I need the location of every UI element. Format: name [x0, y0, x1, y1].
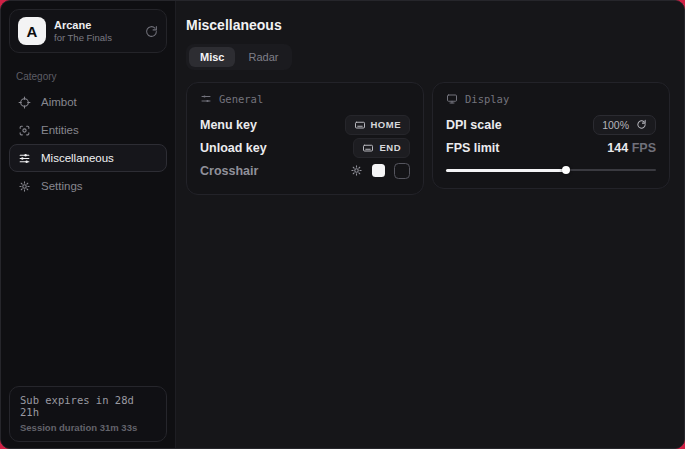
sidebar-item-entities[interactable]: Entities [9, 116, 167, 144]
page-title: Miscellaneous [186, 17, 670, 33]
menu-key-bind-button[interactable]: HOME [345, 115, 411, 135]
brand-card: A Arcane for The Finals [9, 9, 167, 53]
crosshair-settings-gear-icon[interactable] [350, 164, 363, 177]
dpi-scale-button[interactable]: 100% [593, 115, 656, 135]
rotate-icon [636, 119, 647, 130]
tab-misc[interactable]: Misc [189, 47, 235, 67]
display-card: Display DPI scale 100% FPS limit [432, 82, 670, 189]
sidebar-item-label: Aimbot [41, 96, 77, 108]
session-duration-text: Session duration 31m 33s [20, 422, 156, 433]
fps-limit-value: 144 FPS [607, 141, 656, 155]
sub-expires-text: Sub expires in 28d 21h [20, 394, 156, 418]
unload-key-row: Unload key END [200, 136, 410, 159]
sliders-icon [18, 152, 31, 165]
tab-radar[interactable]: Radar [237, 47, 289, 67]
fps-limit-label: FPS limit [446, 141, 499, 155]
keyboard-icon [354, 119, 366, 131]
sidebar-item-miscellaneous[interactable]: Miscellaneous [9, 144, 167, 172]
app-window: A Arcane for The Finals Category [0, 0, 685, 449]
slider-fill [446, 169, 566, 172]
main-content: Miscellaneous Misc Radar General [176, 1, 684, 448]
keyboard-icon [362, 142, 374, 154]
dpi-scale-row: DPI scale 100% [446, 113, 656, 136]
menu-key-row: Menu key HOME [200, 113, 410, 136]
dpi-scale-label: DPI scale [446, 118, 502, 132]
avatar: A [18, 17, 46, 45]
crosshair-controls [350, 163, 410, 179]
fps-unit: FPS [632, 141, 656, 155]
sidebar-item-settings[interactable]: Settings [9, 172, 167, 200]
brand-name: Arcane [54, 20, 112, 31]
sidebar-item-label: Miscellaneous [41, 152, 114, 164]
dpi-scale-value: 100% [602, 119, 629, 131]
crosshair-label: Crosshair [200, 164, 258, 178]
general-card-title: General [219, 93, 263, 105]
cards-row: General Menu key HOME [186, 82, 670, 195]
crosshair-icon [18, 96, 31, 109]
menu-key-label: Menu key [200, 118, 257, 132]
fps-number: 144 [607, 141, 628, 155]
brand-subtitle: for The Finals [54, 33, 112, 43]
sidebar: A Arcane for The Finals Category [1, 1, 176, 448]
display-card-title: Display [465, 93, 509, 105]
unload-key-bind-button[interactable]: END [353, 138, 410, 158]
general-card: General Menu key HOME [186, 82, 424, 195]
subscription-info-box: Sub expires in 28d 21h Session duration … [9, 386, 167, 442]
fps-limit-row: FPS limit 144 FPS [446, 136, 656, 159]
sidebar-item-label: Entities [41, 124, 79, 136]
brand-text: Arcane for The Finals [54, 20, 112, 43]
slider-thumb[interactable] [562, 166, 570, 174]
sidebar-nav: Aimbot Entities [1, 88, 175, 200]
refresh-icon[interactable] [145, 25, 158, 38]
monitor-icon [446, 93, 458, 105]
unload-key-label: Unload key [200, 141, 267, 155]
general-card-header: General [200, 93, 410, 105]
sliders-icon [200, 93, 212, 105]
tab-bar: Misc Radar [186, 44, 292, 70]
sidebar-item-aimbot[interactable]: Aimbot [9, 88, 167, 116]
crosshair-color-swatch[interactable] [372, 164, 385, 177]
fps-limit-slider[interactable] [446, 164, 656, 176]
sidebar-item-label: Settings [41, 180, 83, 192]
display-card-header: Display [446, 93, 656, 105]
category-label: Category [16, 71, 175, 82]
crosshair-checkbox[interactable] [394, 163, 410, 179]
scan-icon [18, 124, 31, 137]
gear-icon [18, 180, 31, 193]
menu-key-value: HOME [371, 119, 402, 130]
crosshair-row: Crosshair [200, 159, 410, 182]
unload-key-value: END [379, 142, 401, 153]
